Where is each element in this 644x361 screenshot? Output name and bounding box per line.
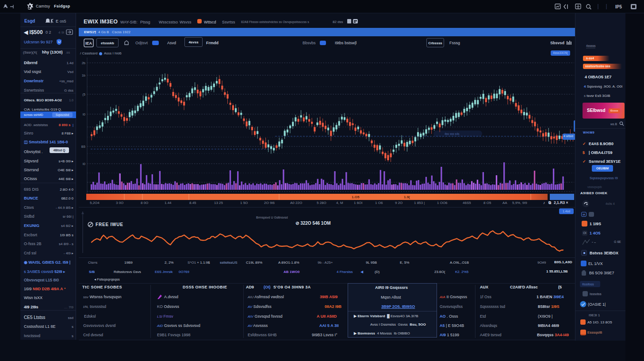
svg-text:46S5: 46S5 <box>463 201 471 205</box>
svg-text:1b: 1b <box>82 73 85 77</box>
svg-text:1 853 |: 1 853 | <box>414 201 425 205</box>
svg-text:4 wtsid: 4 wtsid <box>564 134 573 138</box>
svg-text:I0: I0 <box>83 112 85 116</box>
svg-text:1 6OI: 1 6OI <box>354 201 363 205</box>
svg-text:(5: (5 <box>82 92 85 96</box>
svg-text:B5: B5 <box>81 145 85 149</box>
svg-text:1 O6: 1 O6 <box>375 201 383 205</box>
svg-text:IP5: IP5 <box>615 4 622 9</box>
svg-text:A0 22O: A0 22O <box>290 201 302 205</box>
svg-text:3 0O: 3 0O <box>116 201 123 205</box>
svg-text:5 28O: 5 28O <box>317 201 326 205</box>
svg-text:1.44: 1.44 <box>165 201 172 205</box>
svg-text:2O 9I6: 2O 9I6 <box>264 201 275 205</box>
svg-text:U: U <box>58 40 61 44</box>
svg-text:I0: I0 <box>83 162 85 166</box>
svg-text:8.45: 8.45 <box>189 201 196 205</box>
svg-text:2,1.R3 ×: 2,1.R3 × <box>554 200 568 205</box>
svg-text:5,9%, 9I9: 5,9%, 9I9 <box>512 201 527 205</box>
svg-text:♪: ♪ <box>543 200 545 205</box>
svg-text:1.O5: 1.O5 <box>352 195 360 199</box>
svg-text:13 25: 13 25 <box>214 201 223 205</box>
svg-text:5,2O4: 5,2O4 <box>90 201 100 205</box>
svg-text:IEA: IEA <box>85 41 92 46</box>
svg-text:E: E <box>56 19 58 23</box>
svg-text:1 5O: 1 5O <box>240 201 248 205</box>
svg-text:8 0O: 8 0O <box>141 201 148 205</box>
svg-text:2b: 2b <box>82 61 85 65</box>
svg-text:4ss sss s4s: 4ss sss s4s <box>445 132 460 135</box>
svg-text:4, M: 4, M <box>336 201 343 205</box>
svg-text:1 OO6: 1 OO6 <box>437 201 448 205</box>
svg-text:AA: AA <box>502 201 507 205</box>
svg-text:os5: os5 <box>60 19 66 23</box>
svg-text:9 2O: 9 2O <box>395 201 402 205</box>
svg-text:8 O5: 8 O5 <box>483 201 491 205</box>
svg-text:1.9(: 1.9( <box>404 195 410 199</box>
svg-text:⧉: ⧉ <box>548 200 551 205</box>
